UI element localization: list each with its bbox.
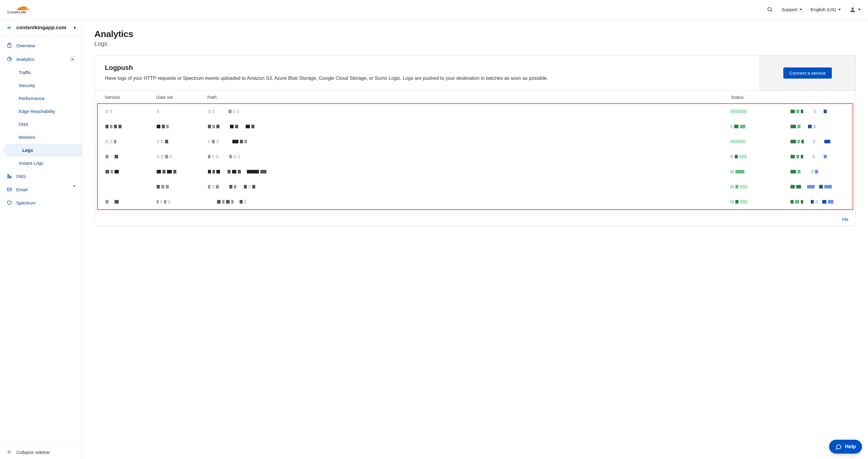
sidebar-item-overview[interactable]: Overview (0, 39, 82, 52)
nav-label: Instant Logs (19, 161, 43, 166)
caret-down-icon (838, 9, 841, 10)
collapse-toggle[interactable] (69, 56, 75, 62)
svg-rect-7 (7, 177, 8, 178)
sidebar-item-workers[interactable]: Workers (0, 131, 82, 144)
table-header: Service Data set Path Status (95, 91, 856, 103)
sidebar-item-traffic[interactable]: Traffic (0, 66, 82, 79)
nav-label: Workers (19, 135, 36, 140)
chevron-double-left-icon (7, 449, 12, 455)
table-row[interactable] (98, 134, 852, 149)
sidebar-nav: Overview Analytics Traffic Security Perf… (0, 36, 82, 445)
top-header: CLOUDFLARE Support English (US) (0, 0, 868, 19)
card-footer: He (95, 213, 856, 226)
caret-down-icon (73, 186, 75, 192)
nav-label: Logs (22, 147, 33, 153)
collapse-label: Collapse sidebar (16, 450, 50, 455)
search-icon[interactable] (767, 7, 773, 13)
table-row[interactable] (98, 164, 852, 179)
main-content: Analytics Logs Logpush Have logs of your… (82, 19, 868, 459)
brand-logo[interactable]: CLOUDFLARE (7, 4, 40, 16)
sidebar-item-dns-analytics[interactable]: DNS (0, 118, 82, 131)
help-widget-label: Help (845, 444, 856, 450)
svg-line-2 (771, 10, 772, 11)
table-body-redacted (97, 103, 853, 210)
nav-label: DNS (19, 122, 28, 127)
sidebar-item-performance[interactable]: Performance (0, 92, 82, 105)
col-actions (791, 95, 845, 100)
help-link[interactable]: He (842, 217, 848, 222)
logpush-card: Logpush Have logs of your HTTP requests … (94, 55, 856, 226)
caret-right-icon (74, 26, 76, 29)
page-subtitle: Logs (94, 40, 856, 47)
nav-label: Overview (16, 43, 35, 48)
table-row[interactable] (98, 104, 852, 119)
sidebar-item-edge-reachability[interactable]: Edge Reachability (0, 105, 82, 118)
nav-label: Analytics (16, 57, 34, 62)
nav-label: Performance (19, 96, 44, 101)
domain-selector[interactable]: contentkingapp.com (0, 19, 82, 36)
sidebar-item-analytics[interactable]: Analytics (0, 52, 82, 66)
nav-label: Edge Reachability (19, 109, 55, 114)
nav-label: DNS (16, 174, 26, 179)
col-service: Service (105, 95, 156, 100)
back-arrow-icon[interactable] (6, 25, 12, 31)
card-description: Have logs of your HTTP requests or Spect… (105, 75, 749, 82)
language-label: English (US) (811, 7, 836, 12)
caret-up-icon (71, 59, 73, 60)
nav-label: Security (19, 83, 35, 88)
page-title: Analytics (94, 29, 856, 39)
nav-label: Spectrum (16, 200, 36, 205)
expand-toggle[interactable] (73, 187, 75, 192)
sidebar-item-security[interactable]: Security (0, 79, 82, 92)
col-dataset: Data set (156, 95, 207, 100)
chat-icon (835, 443, 842, 450)
sidebar: contentkingapp.com Overview Analytics Tr… (0, 19, 82, 459)
sidebar-item-logs[interactable]: Logs (4, 144, 82, 157)
support-label: Support (781, 7, 798, 12)
svg-rect-9 (10, 177, 11, 178)
caret-down-icon (799, 9, 802, 10)
nav-label: Traffic (19, 70, 31, 75)
logpush-table: Service Data set Path Status (95, 91, 856, 210)
pie-chart-icon (7, 56, 12, 62)
table-row[interactable] (98, 179, 852, 194)
account-menu[interactable] (849, 6, 861, 13)
domain-name: contentkingapp.com (16, 25, 66, 31)
sidebar-item-dns[interactable]: DNS (0, 170, 82, 183)
shield-icon (7, 200, 12, 205)
svg-rect-8 (9, 177, 10, 178)
col-path: Path (207, 95, 731, 100)
svg-point-1 (768, 7, 772, 11)
caret-down-icon (858, 9, 861, 10)
cloudflare-logo-icon: CLOUDFLARE (7, 4, 40, 16)
connect-service-button[interactable]: Connect a service (783, 67, 832, 78)
card-title: Logpush (105, 64, 749, 72)
nav-label: Email (16, 187, 28, 192)
language-menu[interactable]: English (US) (811, 7, 841, 12)
svg-text:CLOUDFLARE: CLOUDFLARE (7, 11, 27, 14)
collapse-sidebar-button[interactable]: Collapse sidebar (0, 445, 82, 459)
sidebar-item-instant-logs[interactable]: Instant Logs (0, 157, 82, 170)
table-row[interactable] (98, 119, 852, 134)
user-icon (849, 6, 856, 13)
col-status: Status (731, 95, 791, 100)
help-widget-button[interactable]: Help (829, 440, 862, 454)
table-row[interactable] (98, 149, 852, 164)
sidebar-item-spectrum[interactable]: Spectrum (0, 196, 82, 209)
email-icon (7, 187, 12, 192)
dns-icon (7, 173, 12, 179)
sidebar-item-email[interactable]: Email (0, 183, 82, 196)
svg-rect-10 (7, 188, 11, 191)
table-row[interactable] (98, 194, 852, 209)
clipboard-icon (7, 43, 12, 48)
svg-point-3 (851, 7, 854, 9)
svg-rect-6 (7, 174, 9, 175)
support-menu[interactable]: Support (781, 7, 802, 12)
